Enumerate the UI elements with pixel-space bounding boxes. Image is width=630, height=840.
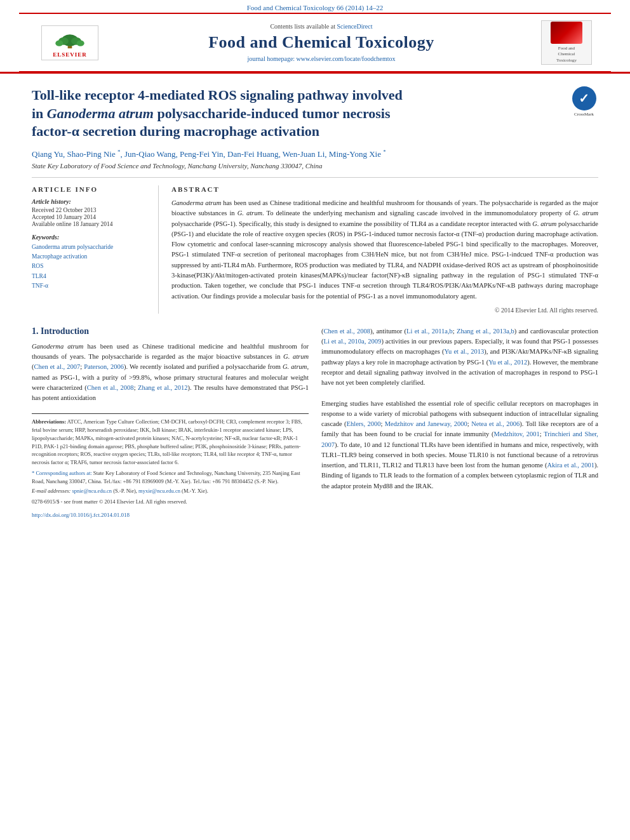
banner-center: Contents lists available at ScienceDirec… — [108, 23, 535, 62]
section-title: 1. Introduction — [32, 326, 309, 337]
ref-yu-2012[interactable]: Yu et al., 2012 — [488, 359, 527, 366]
history-label: Article history: — [32, 198, 149, 205]
email-spnie[interactable]: spnie@ncu.edu.cn — [72, 488, 112, 494]
journal-citation: Food and Chemical Toxicology 66 (2014) 1… — [0, 0, 630, 13]
article-title-section: Toll-like receptor 4-mediated ROS signal… — [32, 86, 598, 142]
article-info-title: ARTICLE INFO — [32, 185, 149, 193]
corresponding-note: * Corresponding authors at: State Key La… — [32, 469, 309, 486]
sciencedirect-line: Contents lists available at ScienceDirec… — [114, 23, 528, 30]
elsevier-logo-area: ELSEVIER — [32, 25, 108, 60]
ref-chen-2008b[interactable]: Chen et al., 2008 — [324, 328, 370, 335]
keywords-section: Keywords: Ganoderma atrum polysaccharide… — [32, 234, 149, 291]
banner-right: Food andChemicalToxicology — [535, 20, 598, 65]
affiliation-line: State Key Laboratory of Food Science and… — [32, 162, 598, 170]
keyword-3: ROS — [32, 262, 149, 271]
accepted-date: Accepted 10 January 2014 — [32, 214, 149, 220]
ref-li-2011[interactable]: Li et al., 2011a,b — [406, 328, 453, 335]
ref-netea[interactable]: Netea et al., 2006 — [471, 420, 519, 427]
footnote-area: Abbreviations: ATCC, American Type Cultu… — [32, 413, 309, 519]
article-info: ARTICLE INFO Article history: Received 2… — [32, 185, 159, 314]
doi-link[interactable]: http://dx.doi.org/10.1016/j.fct.2014.01.… — [32, 511, 309, 520]
journal-banner: ELSEVIER Contents lists available at Sci… — [19, 13, 611, 72]
article-history: Article history: Received 22 October 201… — [32, 198, 149, 227]
keywords-list: Ganoderma atrum polysaccharide Macrophag… — [32, 243, 149, 291]
ref-chen-2007[interactable]: Chen et al., 2007 — [34, 363, 81, 370]
crossmark-label: CrossMark — [574, 112, 594, 117]
ref-akira[interactable]: Akira et al., 2001 — [547, 462, 594, 469]
intro-text-right: (Chen et al., 2008), antitumor (Li et al… — [321, 326, 598, 491]
authors-line: Qiang Yu, Shao-Ping Nie *, Jun-Qiao Wang… — [32, 149, 598, 159]
abstract-title: ABSTRACT — [171, 185, 598, 193]
main-content: Toll-like receptor 4-mediated ROS signal… — [0, 74, 630, 532]
keywords-label: Keywords: — [32, 234, 149, 241]
journal-homepage: journal homepage: www.elsevier.com/locat… — [114, 55, 528, 62]
journal-cover-icon: Food andChemicalToxicology — [541, 20, 592, 65]
article-title-text: Toll-like receptor 4-mediated ROS signal… — [32, 86, 560, 142]
ref-zhang-2013[interactable]: Zhang et al., 2013a,b — [457, 328, 514, 335]
abstract-section: ABSTRACT Ganoderma atrum has been used a… — [171, 185, 598, 314]
abbreviations: Abbreviations: ATCC, American Type Cultu… — [32, 418, 309, 467]
sciencedirect-link[interactable]: ScienceDirect — [337, 23, 372, 30]
introduction-section: 1. Introduction Ganoderma atrum has been… — [32, 326, 598, 520]
article-body: ARTICLE INFO Article history: Received 2… — [32, 177, 598, 314]
issn-line: 0278-6915/$ - see front matter © 2014 El… — [32, 498, 309, 506]
elsevier-tree-icon — [51, 28, 89, 50]
ref-li-2010[interactable]: Li et al., 2010a, 2009 — [324, 338, 382, 345]
ref-medzhitov-2001[interactable]: Medzhitov, 2001 — [494, 430, 540, 437]
elsevier-logo: ELSEVIER — [41, 25, 98, 60]
elsevier-label: ELSEVIER — [53, 51, 87, 58]
crossmark-badge[interactable]: ✓ CrossMark — [570, 86, 598, 117]
crossmark-icon: ✓ — [572, 86, 596, 110]
journal-cover-text: Food andChemicalToxicology — [556, 46, 577, 63]
journal-title-banner: Food and Chemical Toxicology — [114, 32, 528, 52]
svg-point-5 — [77, 40, 84, 46]
email-myxie[interactable]: myxie@ncu.edu.cn — [138, 488, 180, 494]
intro-left-col: 1. Introduction Ganoderma atrum has been… — [32, 326, 309, 520]
abstract-text: Ganoderma atrum has been used as Chinese… — [171, 198, 598, 302]
ref-medzhitov-2000[interactable]: Medzhitov and Janeway, 2000 — [385, 420, 467, 427]
available-date: Available online 18 January 2014 — [32, 221, 149, 227]
ref-ehlers[interactable]: Ehlers, 2000 — [347, 420, 381, 427]
received-date: Received 22 October 2013 — [32, 207, 149, 213]
keyword-1: Ganoderma atrum polysaccharide — [32, 243, 149, 252]
ref-yu-2013[interactable]: Yu et al., 2013 — [444, 348, 484, 355]
keyword-4: TLR4 — [32, 272, 149, 281]
ref-paterson-2006[interactable]: Paterson, 2006 — [84, 363, 124, 370]
svg-point-4 — [55, 40, 63, 46]
email-line: E-mail addresses: spnie@ncu.edu.cn (S.-P… — [32, 487, 309, 495]
keyword-2: Macrophage activation — [32, 252, 149, 262]
keyword-5: TNF-α — [32, 281, 149, 291]
journal-cover-image — [551, 22, 582, 44]
article-main-title: Toll-like receptor 4-mediated ROS signal… — [32, 86, 560, 141]
ref-zhang-2012[interactable]: Zhang et al., 2012 — [138, 384, 188, 391]
ref-chen-2008[interactable]: Chen et al., 2008 — [87, 384, 134, 391]
intro-right-col: (Chen et al., 2008), antitumor (Li et al… — [321, 326, 598, 520]
intro-text-left: Ganoderma atrum has been used as Chinese… — [32, 342, 309, 404]
ref-trinchieri[interactable]: Trinchieri and Sher, 2007 — [321, 430, 598, 448]
copyright-line: © 2014 Elsevier Ltd. All rights reserved… — [171, 307, 598, 314]
